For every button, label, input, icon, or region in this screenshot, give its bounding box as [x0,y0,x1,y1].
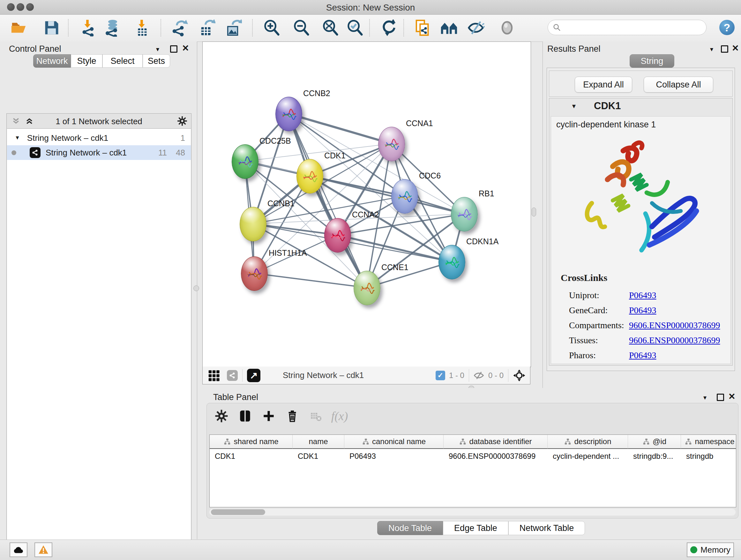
tab-string[interactable]: String [630,54,674,68]
help-button[interactable]: ? [719,20,735,35]
network-overview-icon[interactable] [227,370,238,381]
node-CCNE1[interactable] [354,271,381,305]
control-panel-float-icon[interactable] [170,45,178,53]
export-network-button[interactable] [170,18,189,37]
node-CDC6[interactable] [391,179,418,213]
tab-network-table[interactable]: Network Table [509,521,585,535]
delete-column-button[interactable] [283,408,301,424]
cloud-status-button[interactable] [10,543,27,557]
table-panel-close-icon[interactable]: ✕ [728,392,736,401]
tab-network[interactable]: Network [33,54,71,68]
control-panel-menu-icon[interactable]: ▾ [156,45,159,53]
import-network-file-button[interactable] [78,18,97,37]
crosslink-link[interactable]: 9606.ENSP00000378699 [629,335,720,346]
save-session-button[interactable] [43,18,61,37]
selected-checkbox[interactable]: ✓ [435,371,445,380]
copy-documents-button[interactable] [414,18,432,37]
collection-expander-icon[interactable]: ▼ [15,135,20,141]
results-panel-float-icon[interactable] [721,45,728,53]
export-image-button[interactable] [224,18,243,37]
zoom-fit-button[interactable] [321,18,340,37]
entry-expander-icon[interactable]: ▼ [571,103,577,110]
first-neighbors-button[interactable] [440,18,458,37]
node-CCNB2[interactable] [275,97,302,131]
network-options-gear-icon[interactable] [177,116,187,126]
cell-description[interactable]: cyclin-dependent ... [548,449,628,463]
node-CCNB1[interactable] [240,207,266,241]
column-header-id[interactable]: @id [628,435,681,449]
table-panel-float-icon[interactable] [717,394,724,401]
node-entry-cdk1: ▼ CDK1 cyclin-dependent kinase 1 [549,98,733,366]
tab-select[interactable]: Select [103,54,143,68]
table-panel-menu-icon[interactable]: ▾ [703,394,706,401]
show-columns-button[interactable] [236,408,254,424]
results-panel-menu-icon[interactable]: ▾ [710,45,713,53]
refresh-icon [381,19,397,36]
tab-sets[interactable]: Sets [143,54,170,68]
right-splitter-handle[interactable] [532,207,536,216]
open-view-button[interactable]: ↗ [247,369,260,382]
crosslink-link[interactable]: P06493 [629,305,657,315]
left-splitter-handle[interactable] [193,286,199,291]
open-session-button[interactable] [10,18,28,37]
collapse-all-button[interactable]: Collapse All [644,77,713,92]
node-ribbon-image [236,155,254,170]
cell-namespace[interactable]: stringdb [681,449,736,463]
zoom-in-button[interactable] [262,18,281,37]
node-RB1[interactable] [451,197,478,232]
delete-table-button[interactable] [307,408,325,424]
column-header-canonicalname[interactable]: canonical name [344,435,444,449]
cell-sharedname[interactable]: CDK1 [210,449,293,463]
tab-edge-table[interactable]: Edge Table [443,521,509,535]
function-builder-button[interactable]: f(x) [331,408,348,424]
export-table-button[interactable] [198,18,216,37]
show-all-button[interactable] [498,18,516,37]
refresh-button[interactable] [380,18,398,37]
cell-name[interactable]: CDK1 [293,449,344,463]
warnings-button[interactable] [35,543,52,557]
cell-databaseidentifier[interactable]: 9606.ENSP00000378699 [444,449,548,463]
hide-selected-button[interactable] [467,18,485,37]
node-CCNA1[interactable] [378,127,405,161]
tab-style[interactable]: Style [71,54,103,68]
add-column-button[interactable] [260,408,278,424]
table-horizontal-scrollbar[interactable] [209,509,736,516]
column-header-sharedname[interactable]: shared name [210,435,293,449]
column-header-name[interactable]: name [293,435,344,449]
crosslink-link[interactable]: 9606.ENSP00000378699 [629,320,720,330]
center-view-icon[interactable] [513,369,526,382]
network-canvas[interactable]: CCNB2CCNA1CDC25BCDK1CDC6RB1CCNB1CCNA2CDK… [202,42,531,367]
expand-all-button[interactable]: Expand All [575,77,632,92]
table-scrollbar-thumb[interactable] [211,509,265,515]
node-CDC25B[interactable] [232,144,259,179]
column-type-icon [684,438,692,445]
import-network-database-button[interactable] [102,18,121,37]
memory-button[interactable]: Memory [687,543,734,557]
cell-canonicalname[interactable]: P06493 [344,449,444,463]
cell-id[interactable]: stringdb:9... [628,449,681,463]
node-CDK1[interactable] [296,159,323,193]
network-collection-row[interactable]: ▼ String Network – cdk1 1 [7,131,191,145]
birdseye-grid-icon[interactable] [208,369,220,381]
column-header-description[interactable]: description [548,435,628,449]
crosslink-link[interactable]: P06493 [629,350,657,361]
column-header-namespace[interactable]: namespace [681,435,736,449]
crosslink-label: Compartments: [569,320,629,330]
column-header-databaseidentifier[interactable]: database identifier [444,435,548,449]
control-panel-close-icon[interactable]: ✕ [182,44,189,53]
import-table-file-button[interactable] [132,18,151,37]
table-settings-button[interactable] [212,408,230,424]
node-CCNA2[interactable] [324,218,351,253]
network-row[interactable]: String Network – cdk1 11 48 [7,145,191,160]
search-input[interactable] [561,23,706,32]
table-tabs: Node TableEdge TableNetwork Table [377,521,585,535]
search-field[interactable] [548,20,706,35]
zoom-selected-button[interactable] [346,18,364,37]
node-CDKN1A[interactable] [439,245,465,279]
hidden-eye-slash-icon[interactable] [474,371,484,380]
results-panel-close-icon[interactable]: ✕ [732,44,739,53]
tab-node-table[interactable]: Node Table [377,521,443,535]
node-HIST1H1A[interactable] [241,256,268,291]
zoom-out-button[interactable] [292,18,311,37]
crosslink-link[interactable]: P06493 [629,290,657,300]
